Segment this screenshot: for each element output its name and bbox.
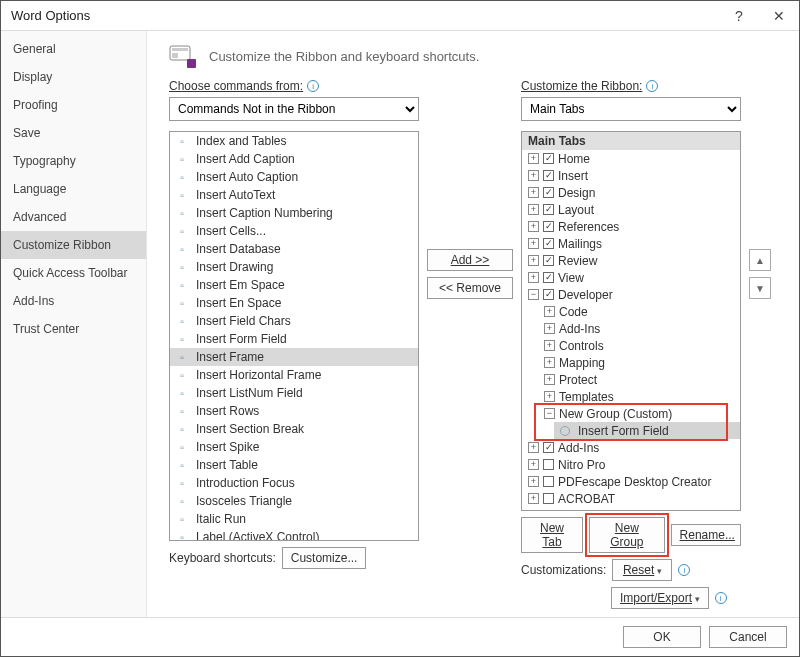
reset-button[interactable]: Reset <box>612 559 672 581</box>
sidebar-item-display[interactable]: Display <box>1 63 146 91</box>
command-item[interactable]: ▫Index and Tables <box>170 132 418 150</box>
command-item[interactable]: ▫Insert Frame <box>170 348 418 366</box>
import-export-button[interactable]: Import/Export <box>611 587 709 609</box>
info-icon[interactable]: i <box>715 592 727 604</box>
command-item[interactable]: ▫Insert Rows <box>170 402 418 420</box>
command-item[interactable]: ▫Insert ListNum Field <box>170 384 418 402</box>
help-button[interactable]: ? <box>719 1 759 31</box>
tab-item[interactable]: +Insert <box>522 167 740 184</box>
expander-icon[interactable]: + <box>528 238 539 249</box>
commands-listbox[interactable]: ▫Index and Tables▫Insert Add Caption▫Ins… <box>169 131 419 541</box>
command-item[interactable]: ▫Insert En Space <box>170 294 418 312</box>
command-item[interactable]: ▫Introduction Focus <box>170 474 418 492</box>
command-item[interactable]: ▫Insert Caption Numbering <box>170 204 418 222</box>
rename-button[interactable]: Rename... <box>671 524 741 546</box>
move-down-button[interactable]: ▼ <box>749 277 771 299</box>
checkbox-icon[interactable] <box>543 255 554 266</box>
command-item[interactable]: ▫Insert Em Space <box>170 276 418 294</box>
sidebar-item-proofing[interactable]: Proofing <box>1 91 146 119</box>
customize-keyboard-button[interactable]: Customize... <box>282 547 367 569</box>
expander-icon[interactable]: + <box>544 374 555 385</box>
add-button[interactable]: Add >> <box>427 249 513 271</box>
tab-item[interactable]: +ACROBAT <box>522 490 740 507</box>
group-item[interactable]: +Protect <box>538 371 740 388</box>
info-icon[interactable]: i <box>646 80 658 92</box>
command-item[interactable]: ▫Insert Database <box>170 240 418 258</box>
checkbox-icon[interactable] <box>543 289 554 300</box>
checkbox-icon[interactable] <box>543 153 554 164</box>
checkbox-icon[interactable] <box>543 493 554 504</box>
expander-icon[interactable]: + <box>528 272 539 283</box>
expander-icon[interactable]: + <box>528 170 539 181</box>
custom-group-item[interactable]: −New Group (Custom) <box>538 405 740 422</box>
checkbox-icon[interactable] <box>543 442 554 453</box>
tab-item[interactable]: +Home <box>522 150 740 167</box>
sidebar-item-advanced[interactable]: Advanced <box>1 203 146 231</box>
expander-icon[interactable]: + <box>528 255 539 266</box>
tab-item[interactable]: +References <box>522 218 740 235</box>
checkbox-icon[interactable] <box>543 204 554 215</box>
ok-button[interactable]: OK <box>623 626 701 648</box>
choose-commands-combo[interactable]: Commands Not in the Ribbon <box>169 97 419 121</box>
command-item[interactable]: ▫Insert Cells... <box>170 222 418 240</box>
expander-icon[interactable]: + <box>528 153 539 164</box>
info-icon[interactable]: i <box>678 564 690 576</box>
expander-icon[interactable]: + <box>528 493 539 504</box>
move-up-button[interactable]: ▲ <box>749 249 771 271</box>
expander-icon[interactable]: + <box>544 323 555 334</box>
command-item[interactable]: ▫Insert Table <box>170 456 418 474</box>
expander-icon[interactable]: + <box>528 221 539 232</box>
sidebar-item-trust-center[interactable]: Trust Center <box>1 315 146 343</box>
custom-command-item[interactable]: Insert Form Field <box>554 422 740 439</box>
sidebar-item-save[interactable]: Save <box>1 119 146 147</box>
command-item[interactable]: ▫Insert Spike <box>170 438 418 456</box>
tab-item[interactable]: +Mailings <box>522 235 740 252</box>
cancel-button[interactable]: Cancel <box>709 626 787 648</box>
sidebar-item-qat[interactable]: Quick Access Toolbar <box>1 259 146 287</box>
checkbox-icon[interactable] <box>543 221 554 232</box>
expander-icon[interactable]: + <box>544 340 555 351</box>
expander-icon[interactable]: + <box>528 204 539 215</box>
sidebar-item-language[interactable]: Language <box>1 175 146 203</box>
tab-item[interactable]: +Nitro Pro <box>522 456 740 473</box>
remove-button[interactable]: << Remove <box>427 277 513 299</box>
command-item[interactable]: ▫Insert Horizontal Frame <box>170 366 418 384</box>
checkbox-icon[interactable] <box>543 187 554 198</box>
expander-icon[interactable]: + <box>528 476 539 487</box>
command-item[interactable]: ▫Label (ActiveX Control) <box>170 528 418 541</box>
tab-item[interactable]: +Review <box>522 252 740 269</box>
tab-item[interactable]: +Layout <box>522 201 740 218</box>
group-item[interactable]: +Add-Ins <box>538 320 740 337</box>
group-item[interactable]: +Templates <box>538 388 740 405</box>
command-item[interactable]: ▫Isosceles Triangle <box>170 492 418 510</box>
group-item[interactable]: +Code <box>538 303 740 320</box>
checkbox-icon[interactable] <box>543 238 554 249</box>
tab-item[interactable]: +View <box>522 269 740 286</box>
command-item[interactable]: ▫Insert AutoText <box>170 186 418 204</box>
expander-icon[interactable]: − <box>528 289 539 300</box>
new-group-button[interactable]: New Group <box>589 517 665 553</box>
command-item[interactable]: ▫Insert Drawing <box>170 258 418 276</box>
sidebar-item-typography[interactable]: Typography <box>1 147 146 175</box>
tab-item[interactable]: +Add-Ins <box>522 439 740 456</box>
command-item[interactable]: ▫Insert Field Chars <box>170 312 418 330</box>
tab-item[interactable]: +Design <box>522 184 740 201</box>
info-icon[interactable]: i <box>307 80 319 92</box>
expander-icon[interactable]: + <box>544 306 555 317</box>
checkbox-icon[interactable] <box>543 272 554 283</box>
expander-icon[interactable]: + <box>528 442 539 453</box>
tab-item-developer[interactable]: −Developer <box>522 286 740 303</box>
close-button[interactable]: ✕ <box>759 1 799 31</box>
group-item[interactable]: +Mapping <box>538 354 740 371</box>
new-tab-button[interactable]: New Tab <box>521 517 583 553</box>
expander-icon[interactable]: + <box>544 391 555 402</box>
checkbox-icon[interactable] <box>543 459 554 470</box>
checkbox-icon[interactable] <box>543 170 554 181</box>
tab-item[interactable]: +PDFescape Desktop Creator <box>522 473 740 490</box>
expander-icon[interactable]: + <box>528 459 539 470</box>
command-item[interactable]: ▫Insert Section Break <box>170 420 418 438</box>
ribbon-tree[interactable]: Main Tabs+Home+Insert+Design+Layout+Refe… <box>521 131 741 511</box>
command-item[interactable]: ▫Italic Run <box>170 510 418 528</box>
expander-icon[interactable]: + <box>544 357 555 368</box>
expander-icon[interactable]: − <box>544 408 555 419</box>
